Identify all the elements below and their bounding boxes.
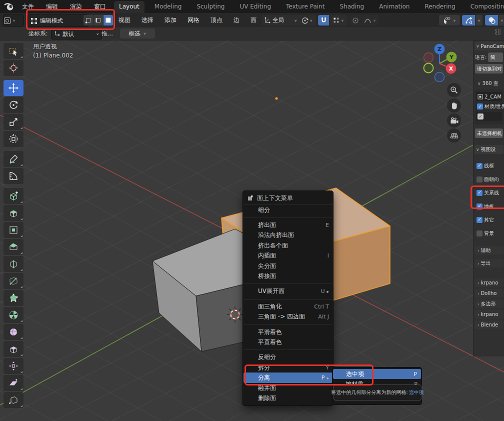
tool-spin-button[interactable] [4, 307, 24, 323]
overlays-toggle-button[interactable] [485, 15, 498, 26]
tool-extrude-button[interactable] [4, 205, 24, 221]
tool-edge-slide-button[interactable] [4, 341, 24, 357]
menu-item-subdivide[interactable]: 细分 [243, 205, 333, 215]
menu-mesh[interactable]: 网格 [182, 16, 205, 24]
snap-toggle-button[interactable] [318, 15, 329, 26]
tool-inset-button[interactable] [4, 222, 24, 238]
menu-item-shade-smooth[interactable]: 平滑着色 [243, 327, 333, 337]
blender-logo-icon[interactable] [4, 2, 14, 12]
menu-item-shade-flat[interactable]: 平直着色 [243, 337, 333, 347]
checkbox-floor[interactable]: ✓ 地板 [476, 202, 503, 211]
submenu-item-selection[interactable]: 选中项 P [333, 369, 421, 379]
ortho-toggle-button[interactable] [447, 128, 461, 142]
tab-shading[interactable]: Shading [334, 1, 369, 13]
checkbox-face-orientation[interactable]: ✓ 面朝向 [476, 174, 503, 184]
panel-krpano-1[interactable]: › krpano [474, 278, 504, 287]
tab-modeling[interactable]: Modeling [150, 1, 187, 13]
gizmos-toggle-button[interactable] [462, 15, 475, 26]
menu-item-delete-faces[interactable]: 删除面 [243, 393, 333, 403]
gizmos-dropdown[interactable]: ∨ [476, 15, 482, 26]
menu-render[interactable]: 渲染 [64, 2, 88, 11]
menu-window[interactable]: 窗口 [88, 2, 112, 11]
panel-polygon[interactable]: › 多边形 [474, 300, 504, 308]
tool-cursor-button[interactable] [4, 60, 24, 76]
tool-poly-build-button[interactable] [4, 290, 24, 306]
tab-sculpting[interactable]: Sculpting [192, 1, 230, 13]
panel-dollhouse[interactable]: › Dollho [474, 289, 504, 298]
axis-neg-z-ball[interactable] [435, 72, 444, 82]
menu-item-extrude-along-normals[interactable]: 沿法向挤出面 [243, 230, 333, 240]
tab-rendering[interactable]: Rendering [420, 1, 460, 13]
tool-scale-button[interactable] [4, 114, 24, 130]
tab-animation[interactable]: Animation [374, 1, 414, 13]
checkbox-background[interactable]: ✓ 背景 [476, 228, 503, 238]
region-handle-icon[interactable] [494, 28, 501, 36]
overlays-dropdown[interactable]: ∨ [498, 15, 504, 26]
panel-blender[interactable]: › Blende [474, 320, 504, 329]
pivot-point-dropdown[interactable]: ∨ [298, 15, 316, 26]
menu-edit[interactable]: 编辑 [40, 2, 64, 11]
tool-tweak-button[interactable] [4, 43, 24, 59]
tool-add-cube-button[interactable] [4, 188, 24, 204]
face-select-button[interactable] [104, 15, 113, 26]
tool-measure-button[interactable] [4, 168, 24, 184]
menu-item-uv-unwrap[interactable]: UV展开面U▸ [243, 286, 333, 296]
coordinate-system-dropdown[interactable]: 默认 ∨ [51, 28, 102, 40]
panel-krpano-2[interactable]: › krpano [474, 310, 504, 318]
transform-orientation-dropdown[interactable]: 全局 ∨ [262, 15, 299, 26]
object-visibility-dropdown[interactable]: ∨ [439, 15, 460, 26]
menu-item-inset-faces[interactable]: 内插面I [243, 251, 333, 261]
panel-auxiliary[interactable]: › 辅助 [474, 246, 504, 254]
menu-vertex[interactable]: 顶点 [205, 16, 228, 24]
menu-item-extrude-faces[interactable]: 挤出面E [243, 220, 333, 230]
editor-type-button[interactable]: ∨ [3, 14, 24, 26]
navigation-gizmo[interactable]: Z Y X [422, 43, 458, 82]
menu-file[interactable]: 文件 [16, 2, 40, 11]
menu-item-extrude-individual[interactable]: 挤出各个面 [243, 240, 333, 250]
tool-annotate-button[interactable] [4, 151, 24, 167]
camera-view-button[interactable] [447, 114, 461, 128]
axis-neg-y-ball[interactable] [424, 64, 434, 73]
no-camera-button[interactable]: 未选择相机 [475, 128, 503, 138]
panel-panocam-header[interactable]: ∨ PanoCam [474, 42, 504, 50]
drag-label[interactable]: 拖… [102, 30, 113, 38]
section-view-settings-header[interactable]: ∨ 视图设 [474, 145, 504, 154]
sub-option-checkbox[interactable]: ✓ [478, 114, 484, 120]
language-dropdown[interactable]: 简 [488, 52, 503, 62]
tab-uv-editing[interactable]: UV Editing [234, 1, 276, 13]
menu-item-separate[interactable]: 分离P▸ [244, 372, 332, 382]
edge-select-button[interactable] [94, 15, 103, 26]
tool-loop-cut-button[interactable] [4, 256, 24, 272]
tool-move-button[interactable] [4, 80, 24, 96]
menu-item-tris-to-quads[interactable]: 三角面 -> 四边面Alt J [243, 312, 333, 322]
tool-bevel-button[interactable] [4, 239, 24, 255]
mode-dropdown[interactable]: 编辑模式 ∨ [28, 14, 88, 27]
pan-view-button[interactable] [447, 98, 461, 112]
tab-layout[interactable]: Layout [114, 1, 144, 13]
tool-rip-region-button[interactable] [4, 392, 24, 408]
axis-neg-x-ball[interactable] [424, 53, 434, 62]
panel-export[interactable]: › 导出 [474, 259, 504, 268]
checkbox-relationship-lines[interactable]: ✓ 关系线 [476, 188, 503, 198]
menu-view[interactable]: 视图 [113, 16, 136, 24]
falloff-dropdown[interactable]: ∨ [362, 15, 378, 26]
menu-item-dissolve-faces[interactable]: 融并面 [243, 383, 333, 393]
tool-smooth-button[interactable] [4, 324, 24, 340]
tool-transform-button[interactable] [4, 131, 24, 147]
tab-compositing[interactable]: Compositing [466, 1, 504, 13]
zoom-view-button[interactable] [447, 83, 461, 97]
camera-selector[interactable]: 2_CAM [476, 92, 502, 101]
tab-texture-paint[interactable]: Texture Paint [281, 1, 330, 13]
section-360-header[interactable]: ∨ 360 查 [474, 80, 504, 88]
tool-shrink-fatten-button[interactable] [4, 358, 24, 374]
menu-item-split[interactable]: 拆分Y [243, 362, 333, 372]
menu-item-poke-faces[interactable]: 尖分面 [243, 261, 333, 271]
tool-rotate-button[interactable] [4, 97, 24, 113]
menu-item-triangulate[interactable]: 面三角化Ctrl T [243, 302, 333, 312]
menu-item-unsubdivide[interactable]: 反细分 [243, 352, 333, 362]
menu-edge[interactable]: 边 [228, 16, 245, 24]
proportional-editing-button[interactable] [350, 15, 361, 26]
switch-language-button[interactable]: 请切换到对 [475, 64, 503, 74]
menu-face[interactable]: 面 [245, 16, 262, 24]
select-box-dropdown[interactable]: 框选 ∨ [120, 28, 155, 38]
